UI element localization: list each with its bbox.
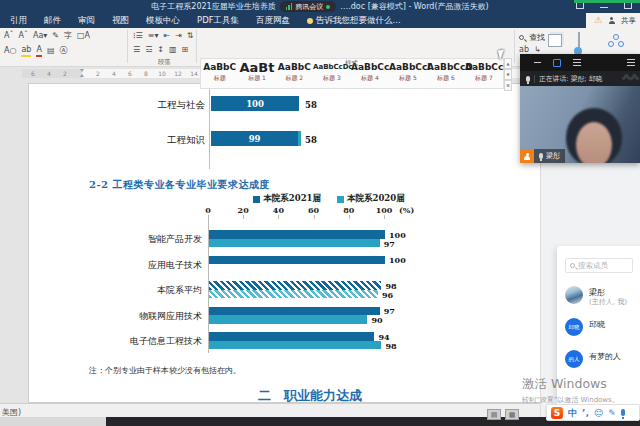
character-border-icon[interactable]: □A bbox=[77, 31, 90, 41]
bar-value-label: 97 bbox=[384, 239, 395, 249]
sogou-logo-icon[interactable]: S bbox=[551, 407, 563, 419]
clear-format-icon[interactable]: ✎ bbox=[52, 31, 59, 41]
ime-mode-icon[interactable]: 中 bbox=[568, 407, 577, 419]
tab-审阅[interactable]: 审阅 bbox=[78, 15, 95, 27]
change-case-icon[interactable]: Aa▾ bbox=[33, 31, 47, 41]
members-card: 搜索成员 梁彤(主持人, 我)邱晓邱晓的人有梦的人 bbox=[557, 246, 640, 418]
style-item[interactable]: AaBbCcl标题 5 bbox=[389, 59, 427, 88]
decrease-indent-icon[interactable]: ⇤ bbox=[163, 31, 170, 41]
member-row[interactable]: 的人有梦的人 bbox=[565, 350, 640, 372]
ime-pen-icon[interactable]: ✎ bbox=[608, 407, 616, 419]
styles-group-label: 样式 bbox=[345, 59, 358, 68]
legend-swatch bbox=[253, 196, 260, 203]
participant-video[interactable]: 梁彤 bbox=[520, 86, 640, 163]
volume-indicator-icon bbox=[286, 3, 293, 10]
divider bbox=[534, 75, 535, 83]
text-effects-icon[interactable]: A○ bbox=[4, 46, 16, 56]
shading-icon[interactable]: ▥ bbox=[169, 45, 177, 55]
line-spacing-icon[interactable]: ↕ bbox=[157, 45, 164, 55]
pages-icon[interactable] bbox=[548, 34, 562, 47]
shrink-font-icon[interactable]: Aˆ bbox=[18, 31, 27, 41]
member-subtitle: (主持人, 我) bbox=[589, 297, 627, 307]
scroll-up-icon[interactable]: ▲ bbox=[504, 58, 512, 69]
gallery-expand-icon[interactable]: ☰ bbox=[504, 80, 512, 91]
member-search-box[interactable]: 搜索成员 bbox=[565, 258, 633, 273]
page-badge-icon[interactable] bbox=[578, 32, 580, 53]
participant-avatar bbox=[520, 149, 534, 163]
find-label: 查找 bbox=[529, 32, 545, 43]
character-shading-icon[interactable]: ▤ bbox=[47, 46, 55, 56]
member-name: 有梦的人 bbox=[589, 351, 621, 362]
meeting-video-window[interactable]: 正在讲话: 梁彤; 邱晓 梁彤 bbox=[520, 54, 640, 163]
chart-axis-line bbox=[209, 87, 210, 169]
tencent-meeting-floating-bar[interactable]: 腾讯会议 bbox=[280, 1, 337, 12]
style-name: 标题 bbox=[201, 74, 238, 83]
phonetic-guide-icon[interactable]: 字 bbox=[64, 31, 72, 41]
bullets-icon[interactable]: ⁝☰ bbox=[133, 31, 143, 41]
activation-warning-icon[interactable]: ⚠ bbox=[594, 16, 602, 25]
member-row[interactable]: 邱晓邱晓 bbox=[565, 318, 640, 340]
legend-label: 本院系2020届 bbox=[347, 193, 405, 205]
group-separator bbox=[514, 30, 515, 63]
member-row[interactable]: 梁彤(主持人, 我) bbox=[565, 286, 640, 308]
ime-toolbar[interactable]: S 中 ’‚ ☺ ✎ bbox=[546, 404, 640, 421]
style-item[interactable]: AaBbCcD标题 6 bbox=[427, 59, 465, 88]
tab-视图[interactable]: 视图 bbox=[112, 15, 129, 27]
highlight-color-icon[interactable]: ab bbox=[21, 45, 31, 57]
align-left-icon[interactable]: ☰ bbox=[133, 45, 140, 55]
style-item[interactable]: AaBbC标题 2 bbox=[276, 59, 313, 88]
word-title-bar: 电子工程系2021应届毕业生培养质 腾讯会议 ….doc [兼容模式] - Wo… bbox=[0, 0, 640, 13]
legend-item: 本院系2021届 bbox=[253, 193, 321, 205]
read-mode-button[interactable]: ▤ bbox=[487, 409, 501, 420]
meeting-menu-icon[interactable] bbox=[573, 59, 581, 66]
chart-category-label: 工程知识 bbox=[105, 134, 205, 147]
increase-indent-icon[interactable]: ⇥ bbox=[175, 31, 182, 41]
bar-2021 bbox=[209, 332, 374, 341]
share-label[interactable]: 共享 bbox=[621, 16, 636, 26]
bar-value-label: 100 bbox=[389, 255, 406, 265]
enclose-characters-icon[interactable]: Ⓐ bbox=[59, 46, 67, 56]
meeting-layout-icon[interactable] bbox=[553, 59, 561, 67]
borders-icon[interactable]: ⊞ bbox=[182, 45, 189, 55]
tab-邮件[interactable]: 邮件 bbox=[44, 15, 61, 27]
document-title-left: 电子工程系2021应届毕业生培养质 bbox=[151, 1, 275, 12]
tab-PDF工具集[interactable]: PDF工具集 bbox=[197, 15, 239, 27]
lightbulb-icon bbox=[307, 18, 313, 24]
styles-gallery-scrollbar[interactable]: ▲ ▼ ☰ bbox=[504, 58, 512, 89]
ime-punctuation-icon[interactable]: ’‚ bbox=[582, 407, 589, 419]
maximize-button[interactable] bbox=[624, 2, 632, 9]
style-item[interactable]: AaBbC标题 bbox=[201, 59, 238, 88]
style-item[interactable]: AaBt标题 1 bbox=[238, 59, 275, 88]
tab-引用[interactable]: 引用 bbox=[10, 15, 27, 27]
ribbon-display-options-button[interactable] bbox=[576, 2, 584, 9]
ime-mic-icon[interactable] bbox=[621, 409, 625, 416]
scroll-down-icon[interactable]: ▼ bbox=[504, 69, 512, 80]
style-item[interactable]: AaBbCcD标题 7 bbox=[465, 59, 503, 88]
participant-name: 梁彤 bbox=[546, 151, 560, 161]
tell-me-box[interactable]: 告诉我您想要做什么... bbox=[307, 15, 401, 27]
style-name: 标题 4 bbox=[351, 74, 389, 83]
meeting-minimize-icon[interactable] bbox=[534, 62, 541, 64]
style-name: 标题 6 bbox=[427, 74, 465, 83]
meeting-status-dot-icon bbox=[326, 5, 330, 9]
font-color-icon[interactable]: A bbox=[36, 45, 41, 57]
document-page[interactable]: 工程与社会10058工程知识9958 2-2 工程类专业各专业毕业要求达成度 本… bbox=[28, 83, 590, 403]
minimize-button[interactable] bbox=[600, 7, 608, 8]
chart-note: 注：个别专业由于样本较少没有包括在内。 bbox=[89, 365, 241, 376]
sort-icon[interactable]: ⇅ bbox=[187, 31, 194, 41]
tab-百度网盘[interactable]: 百度网盘 bbox=[256, 15, 290, 27]
indent-markers[interactable] bbox=[80, 69, 85, 77]
ime-emoji-icon[interactable]: ☺ bbox=[594, 407, 603, 419]
align-center-icon[interactable]: ☲ bbox=[145, 45, 152, 55]
group-separator bbox=[127, 30, 128, 63]
chart-category-label: 物联网应用技术 bbox=[72, 310, 202, 323]
bar-2020 bbox=[209, 239, 380, 248]
member-avatar: 邱晓 bbox=[565, 318, 583, 336]
share-person-icon[interactable] bbox=[608, 17, 615, 24]
print-layout-button[interactable]: ▦ bbox=[505, 409, 519, 420]
numbering-icon[interactable]: ≡▾ bbox=[148, 31, 159, 41]
meeting-members-toggle-icon[interactable] bbox=[627, 59, 635, 66]
tab-模板中心[interactable]: 模板中心 bbox=[146, 15, 180, 27]
grow-font-icon[interactable]: Aˇ bbox=[4, 31, 13, 41]
x-tick bbox=[314, 215, 315, 219]
